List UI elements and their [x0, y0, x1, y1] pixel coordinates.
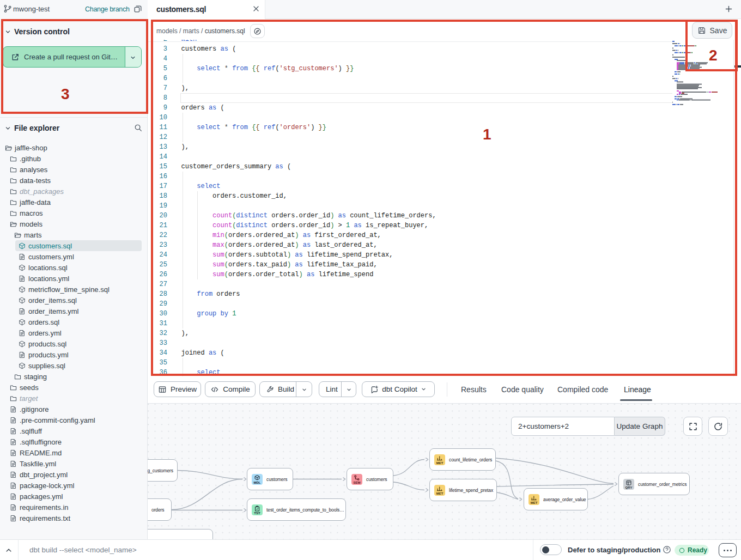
svg-text:MDL: MDL	[254, 480, 261, 484]
svg-text:MET: MET	[436, 491, 444, 495]
svg-text:MET: MET	[436, 461, 444, 464]
svg-text:TST: TST	[254, 511, 260, 514]
svg-text:SEM: SEM	[353, 480, 360, 484]
svg-text:MET: MET	[531, 501, 538, 504]
svg-text:QRY: QRY	[625, 485, 633, 489]
